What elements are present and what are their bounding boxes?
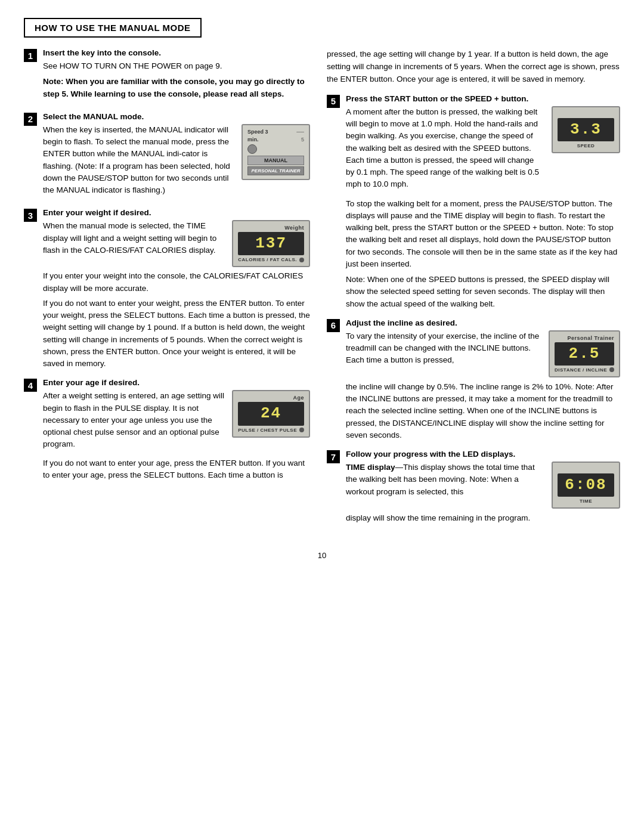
- step-1: 1 Insert the key into the console. See H…: [24, 48, 310, 104]
- console-speed-row: Speed 3 ──: [247, 129, 304, 135]
- step-2-content: Select the MANUAL mode. When the key is …: [43, 112, 310, 200]
- step-6-text1: To vary the intensity of your exercise, …: [346, 330, 541, 367]
- step-6-lcd-top-label: Personal Trainer: [555, 335, 614, 341]
- console-speed-label: Speed 3: [247, 129, 294, 135]
- step-2-text: When the key is inserted, the MANUAL ind…: [43, 124, 234, 197]
- step-number-1: 1: [24, 49, 37, 62]
- step-4-lcd-bottom-label: PULSE / CHEST PULSE: [238, 428, 304, 433]
- page-title-box: HOW TO USE THE MANUAL MODE: [24, 18, 202, 38]
- step-3-text2: If you enter your weight into the consol…: [43, 270, 310, 295]
- step-4-continuation: pressed, the age setting will change by …: [327, 48, 620, 86]
- step-5-lcd-bottom-label: SPEED: [558, 143, 614, 148]
- step-6: 6 Adjust the incline as desired. To vary…: [327, 318, 620, 441]
- step-5-text1: A moment after the button is pressed, th…: [346, 106, 544, 191]
- step-5-lcd: 3.3 SPEED: [552, 106, 620, 153]
- step-7-content: Follow your progress with the LED displa…: [346, 450, 620, 524]
- step-7: 7 Follow your progress with the LED disp…: [327, 450, 620, 524]
- console-min-label: min.: [247, 137, 299, 143]
- step-4-lcd: Age 24 PULSE / CHEST PULSE: [232, 390, 310, 437]
- step-5-heading: Press the START button or the SPEED + bu…: [346, 94, 620, 103]
- step-number-7: 7: [327, 450, 340, 463]
- step-number-2: 2: [24, 113, 37, 126]
- console-circle-row: [247, 144, 304, 154]
- step-4-lcd-display: 24: [238, 402, 304, 425]
- step-6-dot-icon: [609, 367, 614, 372]
- step-5-text2: To stop the walking belt for a moment, p…: [346, 198, 620, 271]
- page-number: 10: [24, 551, 620, 560]
- step-7-lcd-bottom-label: TIME: [558, 498, 614, 504]
- step-2: 2 Select the MANUAL mode. When the key i…: [24, 112, 310, 200]
- step-3-lcd-display: 137: [238, 232, 304, 255]
- step-5: 5 Press the START button or the SPEED + …: [327, 94, 620, 310]
- step-4-heading: Enter your age if desired.: [43, 378, 310, 387]
- step-5-text3: Note: When one of the SPEED buttons is p…: [346, 274, 620, 310]
- step-4-content: Enter your age if desired. After a weigh…: [43, 378, 310, 481]
- step-1-para-1: See HOW TO TURN ON THE POWER on page 9.: [43, 60, 310, 72]
- console-trainer-box: PERSONAL TRAINER: [247, 166, 304, 175]
- step-3: 3 Enter your weight if desired. When the…: [24, 208, 310, 370]
- step-6-lcd-bottom-label: DISTANCE / INCLINE: [555, 367, 614, 373]
- step-4-text1: After a weight setting is entered, an ag…: [43, 390, 225, 450]
- step-2-heading: Select the MANUAL mode.: [43, 112, 310, 121]
- step-3-text1: When the manual mode is selected, the TI…: [43, 220, 225, 256]
- step-5-lcd-display: 3.3: [558, 118, 614, 141]
- step-4-text2: If you do not want to enter your age, pr…: [43, 457, 310, 482]
- step-6-lcd: Personal Trainer 2.5 DISTANCE / INCLINE: [549, 330, 620, 377]
- step-number-6: 6: [327, 319, 340, 332]
- step-6-lcd-display: 2.5: [555, 342, 614, 366]
- step-1-heading: Insert the key into the console.: [43, 48, 310, 57]
- step-2-console: Speed 3 ── min. 5 MANUAL PERSONAL TRAINE…: [242, 124, 310, 180]
- step-3-lcd-top-label: Weight: [238, 225, 304, 231]
- step-5-content: Press the START button or the SPEED + bu…: [346, 94, 620, 310]
- step-1-para-2: Note: When you are familiar with the con…: [43, 76, 310, 100]
- step-1-content: Insert the key into the console. See HOW…: [43, 48, 310, 104]
- step-5-lcd-top-label: [558, 111, 614, 117]
- step-6-heading: Adjust the incline as desired.: [346, 318, 620, 327]
- step-4-dot-icon: [299, 428, 304, 432]
- step-number-5: 5: [327, 95, 340, 108]
- page-title: HOW TO USE THE MANUAL MODE: [35, 23, 191, 33]
- step-7-lcd-top-label: [558, 466, 614, 472]
- console-min-row: min. 5: [247, 137, 304, 143]
- console-manual-box: MANUAL: [247, 156, 304, 165]
- step-4: 4 Enter your age if desired. After a wei…: [24, 378, 310, 481]
- step-6-text2: the incline will change by 0.5%. The inc…: [346, 381, 620, 441]
- step-number-3: 3: [24, 209, 37, 222]
- step-7-lcd: 6:08 TIME: [552, 462, 620, 509]
- step-3-text3: If you do not want to enter your weight,…: [43, 298, 310, 370]
- step-number-4: 4: [24, 379, 37, 392]
- step-3-content: Enter your weight if desired. When the m…: [43, 208, 310, 370]
- console-min-val: 5: [301, 137, 304, 143]
- step-6-content: Adjust the incline as desired. To vary t…: [346, 318, 620, 441]
- step-3-heading: Enter your weight if desired.: [43, 208, 310, 217]
- step-4-lcd-top-label: Age: [238, 395, 304, 401]
- console-circle-icon: [247, 144, 257, 154]
- step-7-lcd-display: 6:08: [558, 473, 614, 497]
- step-3-lcd-bottom-label: CALORIES / FAT CALS.: [238, 257, 304, 262]
- step-7-text2: display will show the time remaining in …: [346, 512, 620, 524]
- step-7-text1: TIME display—This display shows the tota…: [346, 462, 544, 498]
- step-3-dot-icon: [299, 258, 304, 262]
- step-7-heading: Follow your progress with the LED displa…: [346, 450, 620, 459]
- step-3-lcd: Weight 137 CALORIES / FAT CALS.: [232, 220, 310, 267]
